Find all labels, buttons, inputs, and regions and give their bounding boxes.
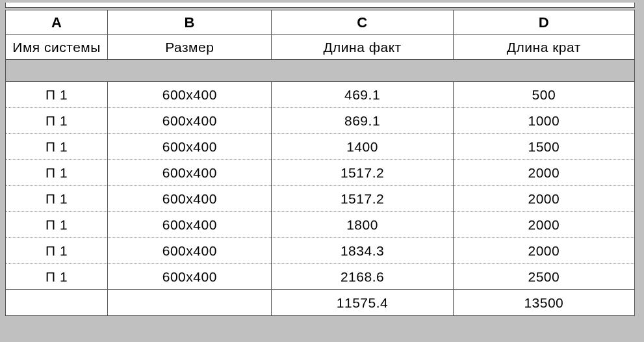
cell-system: П 1 [6, 212, 108, 238]
cell-size: 600x400 [108, 160, 272, 186]
cell-length-fact: 469.1 [272, 82, 453, 108]
cell-length-fact: 1517.2 [272, 186, 453, 212]
cell-length-krat: 2000 [453, 186, 634, 212]
cell-size: 600x400 [108, 264, 272, 290]
cell-length-krat: 2500 [453, 264, 634, 290]
cell-system: П 1 [6, 82, 108, 108]
table-row: П 1 600x400 1517.2 2000 [6, 186, 635, 212]
cell-system: П 1 [6, 186, 108, 212]
column-letters-row: A B C D [6, 10, 635, 35]
table-row: П 1 600x400 1834.3 2000 [6, 238, 635, 264]
totals-system [6, 290, 108, 316]
column-labels-row: Имя системы Размер Длина факт Длина крат [6, 35, 635, 60]
col-label-length-fact: Длина факт [272, 35, 453, 60]
spacer-row [6, 60, 635, 82]
cell-size: 600x400 [108, 186, 272, 212]
table-body: П 1 600x400 469.1 500 П 1 600x400 869.1 … [6, 82, 635, 290]
cell-length-krat: 2000 [453, 160, 634, 186]
table-row: П 1 600x400 869.1 1000 [6, 108, 635, 134]
cell-length-fact: 2168.6 [272, 264, 453, 290]
cell-length-krat: 500 [453, 82, 634, 108]
totals-length-fact: 11575.4 [272, 290, 453, 316]
cell-length-fact: 1400 [272, 134, 453, 160]
cell-length-krat: 2000 [453, 238, 634, 264]
table-row: П 1 600x400 2168.6 2500 [6, 264, 635, 290]
cell-length-fact: 1800 [272, 212, 453, 238]
col-letter-a: A [6, 10, 108, 35]
totals-length-krat: 13500 [453, 290, 634, 316]
cell-system: П 1 [6, 264, 108, 290]
totals-row: 11575.4 13500 [6, 290, 635, 316]
cell-size: 600x400 [108, 108, 272, 134]
col-label-size: Размер [108, 35, 272, 60]
table-row: П 1 600x400 1800 2000 [6, 212, 635, 238]
cell-system: П 1 [6, 134, 108, 160]
cell-system: П 1 [6, 108, 108, 134]
totals-size [108, 290, 272, 316]
cell-length-krat: 1000 [453, 108, 634, 134]
col-letter-d: D [453, 10, 634, 35]
window-top-fragment [5, 3, 635, 8]
cell-length-fact: 869.1 [272, 108, 453, 134]
cell-size: 600x400 [108, 82, 272, 108]
col-label-length-krat: Длина крат [453, 35, 634, 60]
col-letter-c: C [272, 10, 453, 35]
cell-size: 600x400 [108, 134, 272, 160]
cell-size: 600x400 [108, 212, 272, 238]
cell-length-fact: 1517.2 [272, 160, 453, 186]
col-letter-b: B [108, 10, 272, 35]
cell-length-krat: 2000 [453, 212, 634, 238]
table-row: П 1 600x400 1400 1500 [6, 134, 635, 160]
data-table: A B C D Имя системы Размер Длина факт Дл… [5, 10, 635, 316]
cell-system: П 1 [6, 160, 108, 186]
col-label-system: Имя системы [6, 35, 108, 60]
cell-length-krat: 1500 [453, 134, 634, 160]
table-row: П 1 600x400 1517.2 2000 [6, 160, 635, 186]
cell-length-fact: 1834.3 [272, 238, 453, 264]
cell-system: П 1 [6, 238, 108, 264]
table-row: П 1 600x400 469.1 500 [6, 82, 635, 108]
cell-size: 600x400 [108, 238, 272, 264]
